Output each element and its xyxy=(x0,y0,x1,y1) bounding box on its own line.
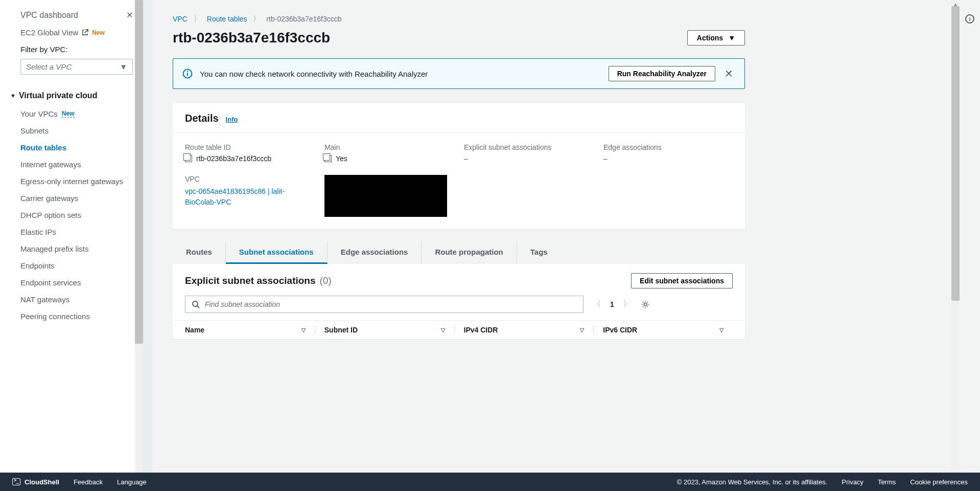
column-label: IPv4 CIDR xyxy=(464,326,498,334)
copy-icon[interactable] xyxy=(324,155,332,162)
nav-label: Peering connections xyxy=(20,312,90,321)
nav-label: Internet gateways xyxy=(20,160,81,169)
new-badge-inline: New xyxy=(62,110,75,118)
column-name[interactable]: Name ▽ xyxy=(185,326,315,334)
breadcrumb-vpc[interactable]: VPC xyxy=(173,15,188,23)
column-label: Name xyxy=(185,326,204,334)
sort-icon: ▽ xyxy=(719,327,724,333)
column-label: IPv6 CIDR xyxy=(603,326,637,334)
page-number: 1 xyxy=(610,300,614,308)
nav-carrier-gateways[interactable]: Carrier gateways xyxy=(0,190,143,207)
main-scrollbar[interactable]: ▲ ▼ xyxy=(951,0,960,491)
redacted-content xyxy=(324,175,447,217)
nav-peering-connections[interactable]: Peering connections xyxy=(0,308,143,325)
tab-subnet-associations[interactable]: Subnet associations xyxy=(226,241,328,264)
nav-route-tables[interactable]: Route tables xyxy=(0,139,143,156)
section-virtual-private-cloud[interactable]: ▼ Virtual private cloud xyxy=(0,85,143,105)
tab-route-propagation[interactable]: Route propagation xyxy=(422,241,517,264)
nav-managed-prefix-lists[interactable]: Managed prefix lists xyxy=(0,240,143,257)
info-link[interactable]: Info xyxy=(226,116,238,123)
chevron-down-icon: ▼ xyxy=(120,62,127,71)
subnet-search-input[interactable] xyxy=(205,300,577,308)
info-panel-icon[interactable]: i xyxy=(965,14,974,24)
svg-point-3 xyxy=(193,301,198,306)
page-title: rtb-0236b3a7e16f3cccb xyxy=(173,30,330,46)
right-rail: i xyxy=(960,0,980,491)
nav-endpoints[interactable]: Endpoints xyxy=(0,257,143,274)
language-link[interactable]: Language xyxy=(117,478,147,486)
section-label: Virtual private cloud xyxy=(19,91,98,100)
cloudshell-label: CloudShell xyxy=(25,478,59,486)
feedback-link[interactable]: Feedback xyxy=(74,478,103,486)
main-content: VPC 〉 Route tables 〉 rtb-0236b3a7e16f3cc… xyxy=(152,0,960,491)
field-value: – xyxy=(603,154,608,163)
nav-nat-gateways[interactable]: NAT gateways xyxy=(0,291,143,308)
column-ipv6-cidr[interactable]: IPv6 CIDR ▽ xyxy=(594,326,733,334)
ec2-global-view-link[interactable]: EC2 Global View xyxy=(20,28,78,37)
actions-button[interactable]: Actions ▼ xyxy=(687,30,745,46)
svg-point-4 xyxy=(644,303,646,305)
nav-internet-gateways[interactable]: Internet gateways xyxy=(0,156,143,173)
field-route-table-id: Route table ID rtb-0236b3a7e16f3cccb xyxy=(185,143,314,163)
nav-egress-only-igw[interactable]: Egress-only internet gateways xyxy=(0,173,143,190)
cookie-preferences-link[interactable]: Cookie preferences xyxy=(910,478,968,486)
vpc-dashboard-link[interactable]: VPC dashboard xyxy=(20,11,78,20)
info-banner: You can now check network connectivity w… xyxy=(173,58,745,89)
details-heading: Details xyxy=(185,113,219,124)
subnet-heading-text: Explicit subnet associations xyxy=(185,275,316,286)
field-label: Edge associations xyxy=(603,143,733,151)
sort-icon: ▽ xyxy=(301,327,306,333)
nav-label: Your VPCs xyxy=(20,109,58,118)
field-edge-assoc: Edge associations – xyxy=(603,143,733,163)
sidebar-scrollbar[interactable]: ▲ ▼ xyxy=(135,0,143,491)
close-icon[interactable]: ✕ xyxy=(126,10,133,20)
nav-label: NAT gateways xyxy=(20,295,69,304)
chevron-right-icon: 〉 xyxy=(194,14,201,24)
breadcrumb-current: rtb-0236b3a7e16f3cccb xyxy=(266,15,341,23)
vpc-select[interactable]: Select a VPC ▼ xyxy=(20,59,133,75)
column-subnet-id[interactable]: Subnet ID ▽ xyxy=(315,326,455,334)
close-icon[interactable]: ✕ xyxy=(722,68,735,80)
field-label: VPC xyxy=(185,175,314,183)
nav-your-vpcs[interactable]: Your VPCs New xyxy=(0,105,143,122)
nav-elastic-ips[interactable]: Elastic IPs xyxy=(0,224,143,240)
subnet-search[interactable] xyxy=(185,296,584,313)
page-next-icon[interactable]: 〉 xyxy=(623,300,631,309)
pane-divider[interactable] xyxy=(143,0,152,491)
field-label: Explicit subnet associations xyxy=(464,143,593,151)
nav-subnets[interactable]: Subnets xyxy=(0,122,143,139)
vpc-link[interactable]: vpc-0654ae41836195c86 | lalit-BioColab-V… xyxy=(185,187,285,206)
info-icon xyxy=(182,69,193,79)
field-explicit-subnet-assoc: Explicit subnet associations – xyxy=(464,143,593,163)
run-reachability-analyzer-button[interactable]: Run Reachability Analyzer xyxy=(609,66,715,81)
breadcrumb-route-tables[interactable]: Route tables xyxy=(207,15,247,23)
page-prev-icon[interactable]: 〈 xyxy=(594,300,601,309)
terms-link[interactable]: Terms xyxy=(878,478,896,486)
nav-endpoint-services[interactable]: Endpoint services xyxy=(0,274,143,291)
tab-edge-associations[interactable]: Edge associations xyxy=(328,241,422,264)
copy-icon[interactable] xyxy=(185,155,192,162)
redacted-block xyxy=(324,175,454,217)
nav-label: Managed prefix lists xyxy=(20,244,88,253)
column-label: Subnet ID xyxy=(324,326,358,334)
field-main: Main Yes xyxy=(324,143,454,163)
sort-icon: ▽ xyxy=(441,327,445,333)
tabs: Routes Subnet associations Edge associat… xyxy=(173,241,745,264)
main-scroll-thumb[interactable] xyxy=(951,6,960,301)
column-ipv4-cidr[interactable]: IPv4 CIDR ▽ xyxy=(455,326,594,334)
nav-dhcp-option-sets[interactable]: DHCP option sets xyxy=(0,207,143,224)
nav-label: DHCP option sets xyxy=(20,211,81,219)
cloudshell-button[interactable]: CloudShell xyxy=(12,478,59,486)
tab-routes[interactable]: Routes xyxy=(173,241,226,264)
edit-subnet-associations-button[interactable]: Edit subnet associations xyxy=(631,273,733,288)
privacy-link[interactable]: Privacy xyxy=(842,478,864,486)
subnet-table-header: Name ▽ Subnet ID ▽ IPv4 CIDR ▽ IPv6 CIDR… xyxy=(173,320,745,339)
svg-rect-2 xyxy=(187,73,188,76)
field-value: rtb-0236b3a7e16f3cccb xyxy=(196,154,271,163)
field-label: Route table ID xyxy=(185,143,314,151)
gear-icon[interactable] xyxy=(641,300,650,309)
tab-tags[interactable]: Tags xyxy=(517,241,561,264)
copyright-text: © 2023, Amazon Web Services, Inc. or its… xyxy=(677,478,828,486)
sidebar-scroll-thumb[interactable] xyxy=(135,0,143,344)
nav-label: Elastic IPs xyxy=(20,228,56,236)
